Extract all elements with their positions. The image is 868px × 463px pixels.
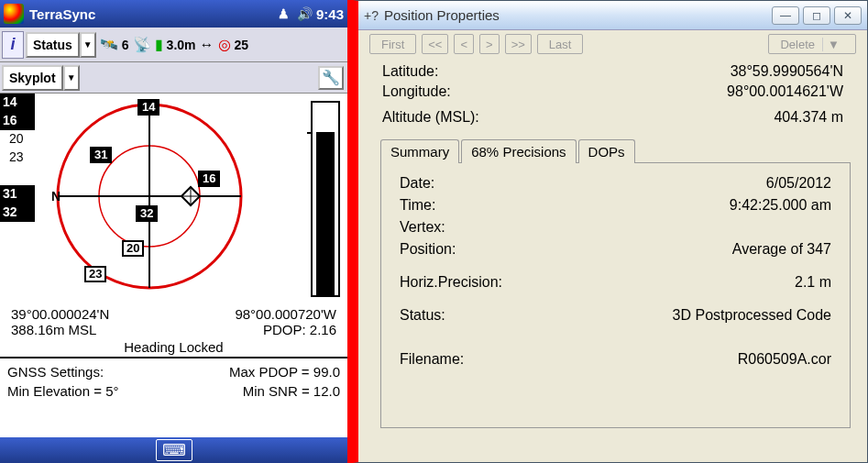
pda-titlebar: TerraSync ♟ 🔊 9:43 — [0, 0, 347, 28]
status-label: Status: — [400, 307, 445, 324]
skyplot-area: 14 16 20 23 31 32 N 14 16 20 23 31 32 — [0, 94, 347, 304]
min-elevation: Min Elevation = 5° — [7, 383, 118, 399]
clock: 9:43 — [316, 6, 344, 22]
filename-label: Filename: — [400, 351, 464, 368]
arrows-icon: ↔ — [200, 37, 214, 53]
sat-marker: 14 — [137, 99, 159, 116]
position-properties-window: +? Position Properties — ◻ ✕ First << < … — [353, 0, 868, 463]
status-dropdown-arrow[interactable]: ▼ — [80, 32, 96, 58]
heading-status: Heading Locked — [0, 339, 347, 358]
sat-marker: 32 — [136, 205, 158, 222]
sat-list-item: 16 — [0, 112, 35, 130]
sat-marker: 16 — [198, 171, 220, 187]
minimize-button[interactable]: — — [772, 6, 799, 25]
window-title: Position Properties — [384, 7, 772, 23]
coordinates-block: 39°00.000024'N 98°00.000720'W 388.16m MS… — [0, 304, 347, 339]
sat-marker: 20 — [122, 240, 144, 257]
satellite-list: 14 16 20 23 31 32 — [0, 94, 35, 304]
pdop: PDOP: 2.16 — [263, 322, 336, 337]
hprec-value: 2.1 m — [795, 274, 831, 291]
window-titlebar: +? Position Properties — ◻ ✕ — [358, 1, 867, 30]
sat-list-item: 23 — [0, 149, 35, 167]
date-value: 6/05/2012 — [766, 175, 831, 192]
app-title: TerraSync — [29, 6, 274, 22]
position-label: Position: — [400, 241, 456, 258]
alt-value: 404.374 m — [774, 109, 843, 126]
latitude: 39°00.000024'N — [11, 306, 109, 322]
time-label: Time: — [400, 197, 435, 214]
nav-row: First << < > >> Last Delete▼ — [358, 30, 867, 58]
sat-list-item: 32 — [0, 204, 35, 222]
svg-text:N: N — [51, 189, 60, 204]
status-value: 3D Postprocessed Code — [673, 307, 831, 324]
sat-list-item: 31 — [0, 185, 35, 204]
windows-logo-icon[interactable] — [4, 4, 24, 24]
min-snr: Min SNR = 12.0 — [243, 383, 340, 399]
tab-precisions[interactable]: 68% Precisions — [461, 139, 576, 163]
lon-label: Longitude: — [382, 83, 451, 100]
pda-bottombar: ⌨ — [0, 437, 347, 463]
tab-body: Date:6/05/2012 Time:9:42:25.000 am Verte… — [380, 162, 851, 428]
sat-list-item: 20 — [0, 130, 35, 149]
filename-value: R060509A.cor — [738, 351, 831, 368]
prev-page-button[interactable]: << — [422, 34, 448, 54]
max-pdop: Max PDOP = 99.0 — [229, 364, 340, 380]
snr-bar — [311, 101, 340, 297]
gnss-settings: GNSS Settings: Max PDOP = 99.0 Min Eleva… — [0, 358, 347, 404]
speaker-icon[interactable]: 🔊 — [297, 6, 313, 21]
tab-summary[interactable]: Summary — [380, 139, 459, 163]
satellite-icon: 🛰️ — [100, 36, 118, 53]
battery-icon: ▮ — [155, 36, 163, 53]
settings-button[interactable]: 🔧 — [318, 66, 344, 90]
gnss-settings-label: GNSS Settings: — [7, 364, 104, 380]
close-button[interactable]: ✕ — [834, 6, 862, 25]
last-button[interactable]: Last — [537, 34, 584, 54]
maximize-button[interactable]: ◻ — [803, 6, 830, 25]
sat-marker: 23 — [84, 266, 106, 282]
vertex-label: Vertex: — [400, 219, 445, 236]
lat-value: 38°59.9990564'N — [731, 63, 843, 80]
longitude: 98°00.000720'W — [235, 306, 336, 322]
sat-marker: 31 — [90, 147, 112, 163]
first-button[interactable]: First — [369, 34, 416, 54]
hprec-label: Horiz.Precision: — [400, 274, 502, 291]
time-value: 9:42:25.000 am — [730, 197, 831, 214]
alt-label: Altitude (MSL): — [382, 109, 479, 126]
satellite-count: 6 — [122, 38, 129, 52]
next-button[interactable]: > — [479, 34, 500, 54]
position-readout: Latitude:38°59.9990564'N Longitude:98°00… — [358, 58, 867, 131]
target-icon: ◎ — [218, 36, 231, 53]
tab-dops[interactable]: DOPs — [578, 139, 635, 163]
lon-value: 98°00.0014621'W — [727, 83, 843, 100]
altitude: 388.16m MSL — [11, 322, 96, 337]
next-page-button[interactable]: >> — [505, 34, 532, 54]
skyplot-dropdown-arrow[interactable]: ▼ — [63, 65, 80, 91]
accuracy-value: 3.0m — [167, 38, 196, 52]
position-value: Average of 347 — [732, 241, 831, 258]
delete-button[interactable]: Delete▼ — [768, 34, 856, 54]
info-button[interactable]: i — [2, 31, 24, 59]
terrasync-panel: TerraSync ♟ 🔊 9:43 i Status ▼ 🛰️ 6 📡 ▮ 3… — [0, 0, 353, 463]
signal-icon: ♟ — [278, 6, 290, 21]
tabset: Summary 68% Precisions DOPs Date:6/05/20… — [380, 138, 851, 451]
status-dropdown[interactable]: Status — [26, 32, 80, 58]
chevron-down-icon: ▼ — [822, 38, 844, 51]
target-count: 25 — [235, 38, 249, 52]
prev-button[interactable]: < — [454, 34, 474, 54]
lat-label: Latitude: — [382, 63, 438, 80]
skyplot-dropdown[interactable]: Skyplot — [2, 65, 63, 91]
skyplot-chart: N 14 16 20 23 31 32 — [35, 94, 307, 304]
status-toolbar: i Status ▼ 🛰️ 6 📡 ▮ 3.0m ↔ ◎ 25 — [0, 28, 347, 62]
date-label: Date: — [400, 175, 434, 192]
antenna-icon: 📡 — [133, 36, 151, 53]
keyboard-icon[interactable]: ⌨ — [156, 439, 192, 461]
view-toolbar: Skyplot ▼ 🔧 — [0, 62, 347, 94]
help-icon: +? — [364, 8, 379, 23]
sat-list-item: 14 — [0, 94, 35, 112]
